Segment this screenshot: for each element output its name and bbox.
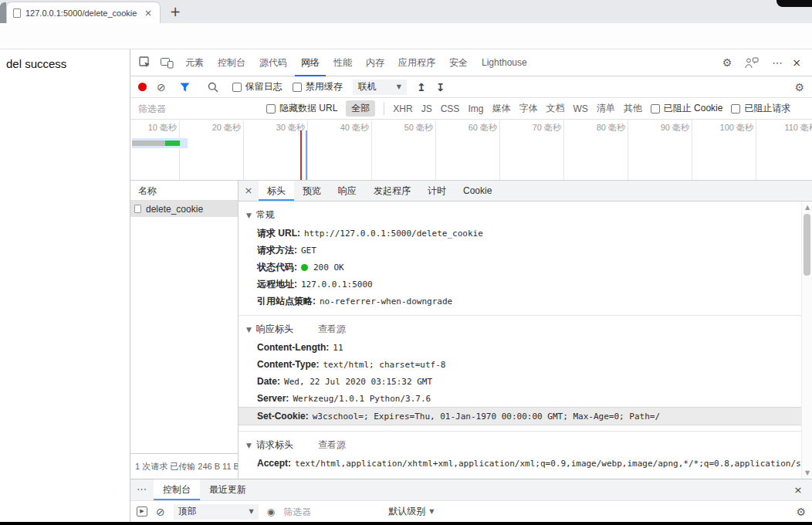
checkbox-icon[interactable] bbox=[651, 104, 660, 113]
request-headers-section-header[interactable]: ▼ 请求标头 查看源 bbox=[239, 432, 801, 455]
details-tab-preview[interactable]: 预览 bbox=[294, 181, 330, 201]
details-close-icon[interactable]: × bbox=[239, 181, 259, 201]
devtools-tab-security[interactable]: 安全 bbox=[443, 49, 474, 76]
details-tab-response[interactable]: 响应 bbox=[330, 181, 365, 201]
browser-tab[interactable]: 127.0.0.1:5000/delete_cookie × bbox=[6, 2, 161, 23]
details-tab-initiator[interactable]: 发起程序 bbox=[365, 181, 419, 201]
blocked-cookies-label: 已阻止 Cookie bbox=[664, 102, 723, 115]
devtools-panel: 元素 控制台 源代码 网络 性能 内存 应用程序 安全 Lighthouse ⚙… bbox=[130, 49, 812, 522]
timeline-tick: 70 毫秒 bbox=[500, 120, 564, 180]
drawer-tab-whats-new[interactable]: 最近更新 bbox=[200, 479, 255, 500]
filter-pill-other[interactable]: 其他 bbox=[624, 102, 642, 115]
response-headers-section-header[interactable]: ▼ 响应标头 查看源 bbox=[239, 316, 801, 339]
checkbox-icon[interactable] bbox=[266, 104, 276, 113]
network-filter-input[interactable] bbox=[138, 103, 258, 114]
devtools-tab-elements[interactable]: 元素 bbox=[179, 49, 210, 76]
disclosure-triangle-icon[interactable]: ▼ bbox=[246, 326, 252, 334]
view-source-link[interactable]: 查看源 bbox=[318, 439, 346, 452]
scroll-down-icon[interactable]: ▼ bbox=[802, 469, 812, 476]
scroll-up-icon[interactable]: ▲ bbox=[802, 204, 812, 211]
devtools-tab-console[interactable]: 控制台 bbox=[211, 49, 252, 76]
filter-pill-font[interactable]: 字体 bbox=[519, 102, 537, 115]
disclosure-triangle-icon[interactable]: ▼ bbox=[246, 442, 252, 449]
devtools-tab-performance[interactable]: 性能 bbox=[327, 49, 358, 76]
devtools-tab-memory[interactable]: 内存 bbox=[360, 49, 391, 76]
devtools-close-icon[interactable]: × bbox=[792, 56, 801, 69]
network-summary: 1 次请求 已传输 246 B 11 B 资源 bbox=[130, 453, 238, 479]
import-har-icon[interactable]: ↥ bbox=[417, 81, 426, 93]
inspect-element-icon[interactable] bbox=[135, 56, 155, 69]
console-drawer: ⋯ 控制台 最近更新 × ▶ ⊘ 顶部 ▼ ◉ 默认级别 ▼ ⚙ bbox=[130, 479, 812, 522]
header-value: text/html,application/xhtml+xml,applicat… bbox=[295, 459, 801, 469]
devtools-more-icon[interactable]: ⋯ bbox=[772, 56, 783, 69]
drawer-tab-console[interactable]: 控制台 bbox=[154, 479, 200, 500]
general-section-header[interactable]: ▼ 常规 bbox=[239, 202, 801, 225]
details-tab-headers[interactable]: 标头 bbox=[259, 181, 294, 201]
filter-pill-xhr[interactable]: XHR bbox=[393, 103, 412, 114]
devtools-tab-network[interactable]: 网络 bbox=[295, 49, 326, 76]
throttling-select[interactable]: 联机 ▼ bbox=[353, 80, 407, 95]
filter-pill-js[interactable]: JS bbox=[421, 103, 432, 114]
console-filter-input[interactable] bbox=[283, 506, 380, 517]
disclosure-triangle-icon[interactable]: ▼ bbox=[246, 212, 252, 219]
devtools-tab-sources[interactable]: 源代码 bbox=[253, 49, 293, 76]
scrollbar-thumb[interactable] bbox=[804, 214, 810, 276]
filter-pill-ws[interactable]: WS bbox=[573, 103, 587, 114]
devtools-settings-gear-icon[interactable]: ⚙ bbox=[722, 56, 732, 69]
request-row-selected[interactable]: delete_cookie bbox=[130, 201, 238, 217]
new-tab-button[interactable]: + bbox=[170, 3, 181, 20]
dom-content-loaded-line bbox=[300, 130, 302, 180]
feedback-icon[interactable] bbox=[741, 57, 763, 69]
header-value: 200 OK bbox=[313, 262, 344, 273]
filter-pill-css[interactable]: CSS bbox=[441, 103, 460, 114]
timeline-tick: 60 毫秒 bbox=[436, 120, 500, 180]
filter-pill-all[interactable]: 全部 bbox=[346, 100, 375, 117]
console-context-select[interactable]: 顶部 ▼ bbox=[174, 504, 259, 520]
blocked-cookies-checkbox[interactable]: 已阻止 Cookie bbox=[651, 102, 723, 115]
console-settings-gear-icon[interactable]: ⚙ bbox=[796, 506, 806, 518]
view-source-link[interactable]: 查看源 bbox=[318, 323, 346, 336]
waterfall-waiting-bar bbox=[132, 141, 165, 146]
filter-funnel-icon[interactable] bbox=[176, 83, 194, 92]
blocked-requests-checkbox[interactable]: 已阻止请求 bbox=[731, 102, 790, 115]
record-network-log-icon[interactable] bbox=[138, 83, 147, 91]
log-level-select[interactable]: 默认级别 ▼ bbox=[388, 505, 434, 518]
network-filter-bar: 隐藏数据 URL 全部 XHR JS CSS Img 媒体 字体 文档 WS 清… bbox=[130, 98, 812, 120]
disable-cache-checkbox[interactable]: 禁用缓存 bbox=[293, 80, 343, 93]
checkbox-icon[interactable] bbox=[731, 104, 740, 113]
live-expression-eye-icon[interactable]: ◉ bbox=[267, 506, 275, 517]
checkbox-icon[interactable] bbox=[293, 83, 302, 92]
drawer-more-icon[interactable]: ⋯ bbox=[130, 479, 154, 500]
network-settings-gear-icon[interactable]: ⚙ bbox=[794, 81, 804, 93]
name-column-header[interactable]: 名称 bbox=[130, 181, 238, 201]
timeline-tick: 80 毫秒 bbox=[564, 120, 628, 180]
search-icon[interactable] bbox=[204, 82, 222, 93]
devtools-tab-lighthouse[interactable]: Lighthouse bbox=[475, 49, 533, 76]
filter-pill-media[interactable]: 媒体 bbox=[492, 102, 510, 115]
filter-pill-manifest[interactable]: 清单 bbox=[597, 102, 615, 115]
network-toolbar: ⊘ 保留日志 禁用缓存 联机 ▼ ↥ ↧ ⚙ bbox=[130, 76, 812, 98]
clear-console-icon[interactable]: ⊘ bbox=[156, 506, 165, 518]
details-tab-timing[interactable]: 计时 bbox=[419, 181, 455, 201]
timeline-tick: 100 毫秒 bbox=[692, 120, 756, 180]
drawer-close-icon[interactable]: × bbox=[784, 479, 812, 500]
document-icon bbox=[134, 205, 141, 213]
network-overview-timeline[interactable]: 10 毫秒 20 毫秒 30 毫秒 40 毫秒 50 毫秒 60 毫秒 70 毫… bbox=[130, 120, 812, 181]
preserve-log-checkbox[interactable]: 保留日志 bbox=[232, 80, 283, 93]
console-sidebar-toggle-icon[interactable]: ▶ bbox=[137, 506, 147, 517]
vertical-scrollbar[interactable]: ▲ ▼ bbox=[801, 202, 812, 479]
details-tab-cookies[interactable]: Cookie bbox=[455, 181, 500, 201]
clear-network-log-icon[interactable]: ⊘ bbox=[157, 81, 166, 93]
hide-data-urls-checkbox[interactable]: 隐藏数据 URL bbox=[266, 102, 337, 115]
filter-pill-doc[interactable]: 文档 bbox=[546, 102, 564, 115]
checkbox-icon[interactable] bbox=[232, 83, 242, 92]
request-name: delete_cookie bbox=[146, 204, 203, 215]
devtools-tab-application[interactable]: 应用程序 bbox=[392, 49, 442, 76]
tab-close-icon[interactable]: × bbox=[143, 8, 154, 19]
device-toolbar-icon[interactable] bbox=[157, 57, 178, 69]
header-value: http://127.0.0.1:5000/delete_cookie bbox=[304, 229, 483, 239]
export-har-icon[interactable]: ↧ bbox=[436, 81, 445, 93]
web-page-viewport: del success bbox=[0, 49, 130, 522]
window-corner-shape bbox=[776, 0, 812, 7]
filter-pill-img[interactable]: Img bbox=[468, 103, 483, 114]
